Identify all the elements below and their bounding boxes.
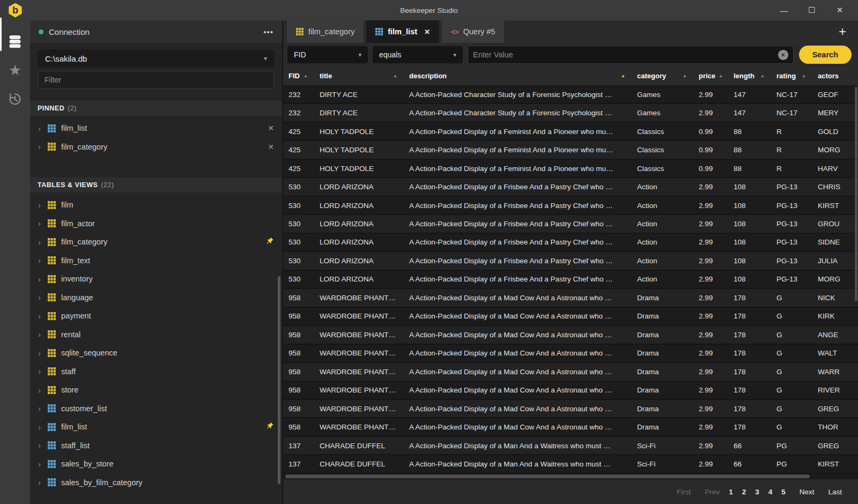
pagination-page-2[interactable]: 2 [742, 488, 746, 496]
cell-price[interactable]: 2.99 [693, 183, 728, 191]
table-row[interactable]: 530LORD ARIZONAA Action-Packed Display o… [283, 178, 858, 196]
cell-title[interactable]: WARDROBE PHANT… [314, 423, 404, 431]
chevron-right-icon[interactable]: › [38, 219, 47, 228]
cell-rating[interactable]: PG-13 [771, 275, 812, 283]
cell-fid[interactable]: 958 [283, 368, 314, 376]
cell-actors[interactable]: RIVER [812, 386, 858, 394]
table-row[interactable]: 137CHARADE DUFFELA Action-Packed Display… [283, 455, 858, 473]
cell-price[interactable]: 2.99 [693, 109, 728, 117]
cell-description[interactable]: A Action-Packed Display of a Mad Cow And… [404, 312, 632, 320]
sidebar-item-film_category[interactable]: ›film_category [30, 233, 282, 251]
cell-category[interactable]: Action [632, 220, 693, 228]
cell-rating[interactable]: PG [771, 460, 812, 468]
cell-rating[interactable]: G [771, 423, 812, 431]
pagination-next[interactable]: Next [800, 488, 815, 496]
cell-price[interactable]: 0.99 [693, 165, 728, 173]
cell-fid[interactable]: 530 [283, 275, 314, 283]
cell-description[interactable]: A Action-Packed Display of a Frisbee And… [404, 220, 632, 228]
sidebar-item-sales_by_film_category[interactable]: ›sales_by_film_category [30, 473, 282, 492]
cell-price[interactable]: 2.99 [693, 202, 728, 210]
cell-length[interactable]: 147 [728, 91, 771, 99]
table-row[interactable]: 232DIRTY ACEA Action-Packed Character St… [283, 104, 858, 122]
cell-fid[interactable]: 958 [283, 423, 314, 431]
cell-price[interactable]: 2.99 [693, 423, 728, 431]
cell-length[interactable]: 178 [728, 331, 771, 339]
cell-title[interactable]: HOLY TADPOLE [314, 128, 404, 136]
cell-fid[interactable]: 958 [283, 386, 314, 394]
cell-price[interactable]: 2.99 [693, 386, 728, 394]
cell-category[interactable]: Action [632, 275, 693, 283]
column-header-price[interactable]: price▲ [693, 72, 728, 80]
cell-title[interactable]: LORD ARIZONA [314, 220, 404, 228]
cell-description[interactable]: A Action-Packed Display of a Man And a W… [404, 442, 632, 450]
cell-category[interactable]: Classics [632, 128, 693, 136]
cell-rating[interactable]: R [771, 128, 812, 136]
column-header-actors[interactable]: actors [812, 72, 858, 80]
table-row[interactable]: 425HOLY TADPOLEA Action-Packed Display o… [283, 141, 858, 159]
table-row[interactable]: 530LORD ARIZONAA Action-Packed Display o… [283, 215, 858, 233]
pagination-first[interactable]: First [677, 488, 691, 496]
column-header-length[interactable]: length▲ [728, 72, 771, 80]
cell-description[interactable]: A Action-Packed Display of a Frisbee And… [404, 183, 632, 191]
connection-select[interactable]: C:\sakila.db ▾ [38, 49, 275, 68]
tab-film-list[interactable]: film_list✕ [366, 20, 439, 43]
cell-description[interactable]: A Action-Packed Character Study of a For… [404, 91, 632, 99]
sidebar-item-favorites[interactable]: ★ [0, 56, 30, 85]
cell-length[interactable]: 108 [728, 257, 771, 265]
chevron-right-icon[interactable]: › [38, 349, 47, 358]
table-row[interactable]: 232DIRTY ACEA Action-Packed Character St… [283, 86, 858, 104]
cell-description[interactable]: A Action-Packed Display of a Feminist An… [404, 146, 632, 154]
tab-close-icon[interactable]: ✕ [424, 28, 430, 36]
sidebar-item-sqlite_sequence[interactable]: ›sqlite_sequence [30, 344, 282, 362]
cell-category[interactable]: Sci-Fi [632, 442, 693, 450]
chevron-right-icon[interactable]: › [38, 312, 47, 321]
cell-category[interactable]: Action [632, 257, 693, 265]
cell-description[interactable]: A Action-Packed Display of a Mad Cow And… [404, 368, 632, 376]
cell-actors[interactable]: KIRST [812, 460, 858, 468]
cell-fid[interactable]: 530 [283, 183, 314, 191]
sidebar-item-rental[interactable]: ›rental [30, 325, 282, 344]
cell-category[interactable]: Classics [632, 146, 693, 154]
cell-actors[interactable]: KIRST [812, 202, 858, 210]
cell-title[interactable]: WARDROBE PHANT… [314, 294, 404, 302]
cell-category[interactable]: Drama [632, 423, 693, 431]
table-row[interactable]: 425HOLY TADPOLEA Action-Packed Display o… [283, 160, 858, 178]
clear-icon[interactable]: ✕ [778, 50, 788, 60]
cell-category[interactable]: Action [632, 202, 693, 210]
pagination-page-5[interactable]: 5 [781, 488, 786, 496]
connection-menu-button[interactable]: ••• [263, 27, 273, 36]
cell-rating[interactable]: G [771, 312, 812, 320]
chevron-right-icon[interactable]: › [38, 142, 47, 151]
table-row[interactable]: 958WARDROBE PHANT…A Action-Packed Displa… [283, 363, 858, 381]
cell-title[interactable]: HOLY TADPOLE [314, 146, 404, 154]
filter-field-select[interactable]: FID ▾ [287, 46, 368, 63]
cell-actors[interactable]: MERY [812, 109, 858, 117]
sidebar-item-film_list[interactable]: ›film_list✕ [30, 119, 282, 138]
sidebar-item-store[interactable]: ›store [30, 381, 282, 399]
cell-fid[interactable]: 958 [283, 331, 314, 339]
column-header-description[interactable]: description▲ [404, 72, 632, 80]
sidebar-item-staff_list[interactable]: ›staff_list [30, 436, 282, 455]
cell-actors[interactable]: SIDNE [812, 238, 858, 246]
cell-rating[interactable]: PG-13 [771, 238, 812, 246]
tab-film-category[interactable]: film_category [287, 20, 364, 43]
cell-description[interactable]: A Action-Packed Display of a Mad Cow And… [404, 386, 632, 394]
cell-actors[interactable]: WALT [812, 349, 858, 357]
cell-description[interactable]: A Action-Packed Display of a Frisbee And… [404, 202, 632, 210]
sidebar-item-history[interactable] [0, 85, 30, 114]
cell-length[interactable]: 178 [728, 405, 771, 413]
cell-fid[interactable]: 137 [283, 460, 314, 468]
cell-length[interactable]: 88 [728, 165, 771, 173]
cell-description[interactable]: A Action-Packed Display of a Mad Cow And… [404, 294, 632, 302]
cell-actors[interactable]: ANGE [812, 331, 858, 339]
cell-actors[interactable]: GREG [812, 405, 858, 413]
cell-description[interactable]: A Action-Packed Display of a Frisbee And… [404, 238, 632, 246]
maximize-button[interactable]: ☐ [798, 0, 826, 20]
cell-fid[interactable]: 425 [283, 128, 314, 136]
cell-title[interactable]: LORD ARIZONA [314, 257, 404, 265]
cell-category[interactable]: Classics [632, 165, 693, 173]
cell-description[interactable]: A Action-Packed Display of a Feminist An… [404, 165, 632, 173]
cell-title[interactable]: DIRTY ACE [314, 109, 404, 117]
cell-category[interactable]: Action [632, 183, 693, 191]
table-row[interactable]: 425HOLY TADPOLEA Action-Packed Display o… [283, 123, 858, 141]
